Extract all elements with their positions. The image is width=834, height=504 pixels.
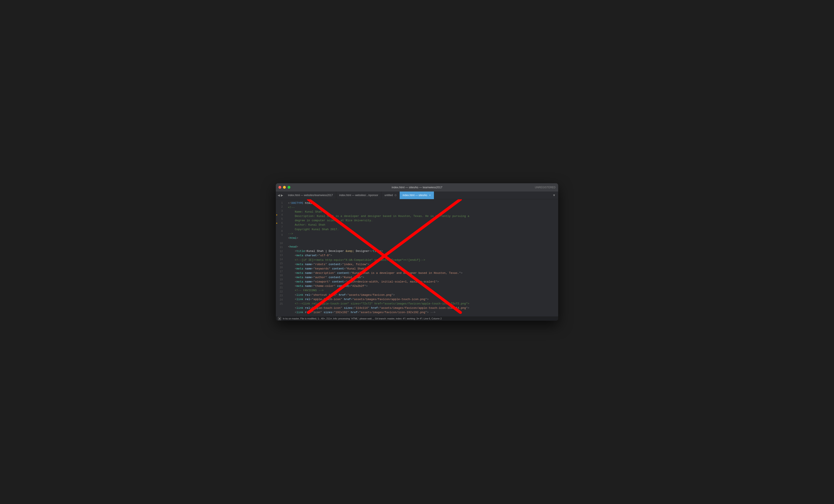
code-line-4: Description: Kunal Shah is a developer a… [288, 214, 558, 218]
line-num-6: 6 [276, 221, 286, 225]
code-line-22: <link rel="shortcut icon" href="assets/i… [288, 293, 558, 297]
tab-4-close-icon[interactable]: ✕ [429, 194, 431, 197]
tab-dropdown-icon[interactable]: ▼ [550, 192, 558, 199]
code-line-7: Copyright Kunal Shah 2017. [288, 227, 558, 232]
code-line-8: --> [288, 232, 558, 236]
title-bar: index.html — sites/ks — teamwiess2017 UN… [276, 183, 558, 192]
tab-1-label: index.html — websites/teamwiess2017 [288, 194, 333, 197]
tab-3-label: untitled [385, 194, 393, 197]
code-line-2: <!-- [288, 205, 558, 210]
code-line-10 [288, 240, 558, 245]
line-num-1: 1 [276, 201, 286, 205]
code-line-14: <!--[if IE]><meta http-equiv="X-UA-Compa… [288, 258, 558, 262]
code-line-13: <meta charset="utf-8"> [288, 254, 558, 258]
line-numbers: 1 2 3 4 5 6 7 8 9 10 11 12 13 14 15 16 1… [276, 199, 286, 316]
line-num-8: 8 [276, 229, 286, 234]
window-controls[interactable] [279, 186, 290, 189]
status-bar: ▣ In ks on master, File is modified, 1-,… [276, 316, 558, 321]
code-line-18: <meta name="author" content="Kunal Shah"… [288, 275, 558, 280]
code-line-26: <link rel="icon" sizes="192x192" href="a… [288, 310, 558, 315]
tab-navigation[interactable]: ◀ ▶ [276, 192, 285, 199]
line-num-20: 19 [276, 278, 286, 282]
tab-prev-icon[interactable]: ◀ [278, 194, 280, 197]
window-title: index.html — sites/ks — teamwiess2017 [392, 186, 442, 189]
code-line-24: <!--<link rel="apple-touch-icon" sizes="… [288, 302, 558, 306]
line-num-10 [276, 237, 286, 241]
code-line-17: <meta name="description" content="Kunal … [288, 271, 558, 275]
maximize-button[interactable] [288, 186, 290, 189]
line-num-22: 21 [276, 286, 286, 290]
status-text: In ks on master, File is modified, 1-, 4… [283, 317, 442, 320]
tab-2-label: index.html — websites/.../sponsor [339, 194, 378, 197]
line-num-7: 7 [276, 225, 286, 229]
code-line-16: <meta name="keywords" content="Kunal Sha… [288, 267, 558, 271]
line-num-19: 18 [276, 273, 286, 278]
code-content[interactable]: <!DOCTYPE html> <!-- Name: Kunal Shah De… [286, 199, 558, 316]
editor-window: index.html — sites/ks — teamwiess2017 UN… [276, 183, 558, 321]
line-num-12: 11 [276, 245, 286, 249]
line-num-2: 2 [276, 205, 286, 209]
line-num-18: 17 [276, 270, 286, 274]
tab-4-label: index.html — sites/ks [403, 194, 427, 197]
code-line-25: <link rel="apple-touch-icon" sizes="114x… [288, 306, 558, 310]
code-line-15: <meta name="robots" content="index, foll… [288, 262, 558, 267]
line-num-21: 20 [276, 282, 286, 286]
code-line-9: <html> [288, 236, 558, 240]
line-num-4: 4 [276, 213, 286, 217]
line-num-17: 16 [276, 266, 286, 270]
line-num-15: 14 [276, 258, 286, 262]
line-num-25: 24 [276, 298, 286, 302]
line-num-11: 10 [276, 241, 286, 246]
line-num-26: 25 [276, 302, 286, 306]
tab-3-modified-dot [395, 194, 396, 196]
line-num-3: 3 [276, 209, 286, 213]
line-num-9: 9 [276, 233, 286, 237]
minimize-button[interactable] [283, 186, 286, 189]
line-num-14: 13 [276, 254, 286, 258]
line-num-24: 23 [276, 294, 286, 298]
code-line-6: Author: Kunal Shah [288, 223, 558, 227]
close-button[interactable] [279, 186, 281, 189]
tab-bar: ◀ ▶ index.html — websites/teamwiess2017 … [276, 192, 558, 199]
code-line-11: <head> [288, 245, 558, 249]
code-line-1: <!DOCTYPE html> [288, 201, 558, 205]
editor-area: 1 2 3 4 5 6 7 8 9 10 11 12 13 14 15 16 1… [276, 199, 558, 316]
code-line-3: Name: Kunal Shah [288, 210, 558, 214]
status-icon: ▣ [278, 317, 281, 320]
tab-next-icon[interactable]: ▶ [281, 194, 283, 197]
code-line-20: <meta name="theme-color" content="#2a2b2… [288, 284, 558, 288]
tab-2[interactable]: index.html — websites/.../sponsor [336, 192, 381, 199]
code-line-5: degree in computer science at Rice Unive… [288, 218, 558, 223]
code-line-21: <!-- FAVICONS --> [288, 288, 558, 293]
code-line-23: <link rel="apple-touch-icon" href="asset… [288, 297, 558, 302]
line-num-13: 12 [276, 249, 286, 254]
line-num-23: 22 [276, 290, 286, 294]
code-line-19: <meta name="viewport" content="width=dev… [288, 280, 558, 284]
line-num-5: 5 [276, 217, 286, 221]
tab-3[interactable]: untitled [381, 192, 400, 199]
code-line-12: <title>Kunal Shah | Developer &amp; Desi… [288, 249, 558, 254]
unregistered-label: UNREGISTERED [535, 186, 555, 189]
tab-4[interactable]: index.html — sites/ks ✕ [400, 192, 434, 199]
tab-1[interactable]: index.html — websites/teamwiess2017 [285, 192, 336, 199]
line-num-16: 15 [276, 262, 286, 266]
